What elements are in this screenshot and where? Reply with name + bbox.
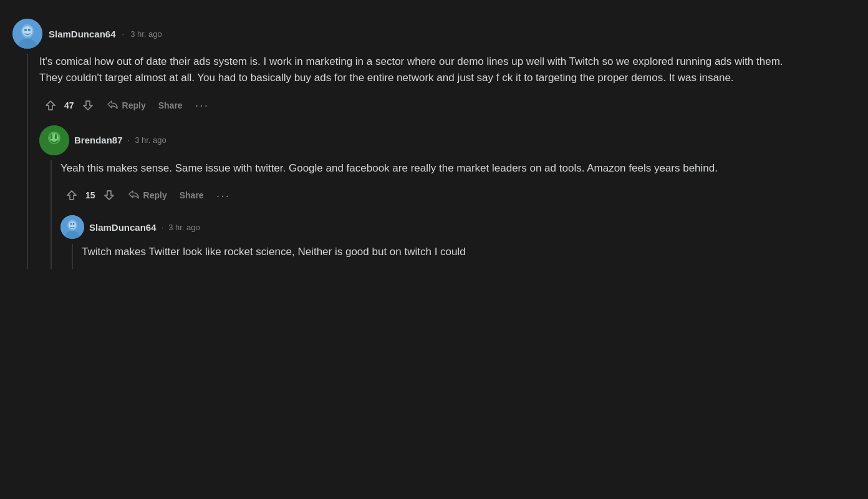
reply-button[interactable]: Reply [123,185,172,205]
share-button[interactable]: Share [153,97,188,114]
comment-username: SlamDuncan64 [49,29,116,39]
thread-line [72,244,73,269]
share-label: Share [158,100,183,110]
nested-body: Yeah this makes sense. Same issue with t… [39,160,798,269]
comment-timestamp: 3 hr. ago [168,223,200,232]
deeper-nested-comment: SlamDuncan64 · 3 hr. ago Twitch makes Tw… [60,215,798,269]
avatar [12,19,42,49]
more-button[interactable]: ··· [211,186,236,205]
share-button[interactable]: Share [175,187,209,204]
nested-comment-header: Brendan87 · 3 hr. ago [39,125,798,155]
avatar [60,215,84,239]
more-icon: ··· [195,98,210,112]
vote-count: 47 [64,100,74,110]
svg-point-16 [73,223,75,225]
svg-point-15 [70,223,72,225]
vote-count: 15 [85,190,95,200]
reply-label: Reply [122,100,146,110]
comment-actions: 15 [60,185,798,205]
nested-content: Yeah this makes sense. Same issue with t… [60,160,798,269]
comment-header: SlamDuncan64 · 3 hr. ago [12,19,798,49]
comment-timestamp: 3 hr. ago [135,135,166,145]
comment-text: It's comical how out of date their ads s… [39,54,798,87]
more-icon: ··· [216,188,231,202]
comment-actions: 47 Reply [39,95,798,115]
reply-icon [107,99,119,112]
avatar [39,125,69,155]
nested-comment: Brendan87 · 3 hr. ago Yeah this makes se… [39,125,798,269]
svg-point-4 [24,29,27,31]
svg-point-5 [28,29,31,31]
upvote-icon [44,99,57,112]
comment-text: Twitch makes Twitter look like rocket sc… [82,244,798,260]
downvote-icon [82,99,94,112]
comment-username: Brendan87 [74,135,123,145]
svg-rect-9 [51,134,52,139]
reply-button[interactable]: Reply [102,95,151,115]
comment-thread: SlamDuncan64 · 3 hr. ago It's comical ho… [0,12,811,280]
upvote-button[interactable] [60,185,83,205]
reply-label: Reply [143,190,167,200]
comment-text: Yeah this makes sense. Same issue with t… [60,160,798,177]
comment-item: SlamDuncan64 · 3 hr. ago It's comical ho… [12,19,798,269]
comment-username: SlamDuncan64 [89,222,157,233]
downvote-button[interactable] [98,185,120,205]
downvote-icon [103,189,115,201]
more-button[interactable]: ··· [190,95,215,115]
comment-body: It's comical how out of date their ads s… [12,54,798,269]
nested-comment-header: SlamDuncan64 · 3 hr. ago [60,215,798,239]
share-label: Share [180,190,204,200]
nested-body: Twitch makes Twitter look like rocket sc… [60,244,798,269]
thread-line [27,54,28,269]
comment-content: It's comical how out of date their ads s… [39,54,798,269]
upvote-icon [65,189,78,201]
downvote-button[interactable] [77,95,99,115]
thread-line [51,160,52,269]
reply-icon [128,189,140,201]
nested-content: Twitch makes Twitter look like rocket sc… [82,244,798,269]
comment-timestamp: 3 hr. ago [130,29,162,39]
upvote-button[interactable] [39,95,62,115]
svg-rect-10 [55,134,57,139]
